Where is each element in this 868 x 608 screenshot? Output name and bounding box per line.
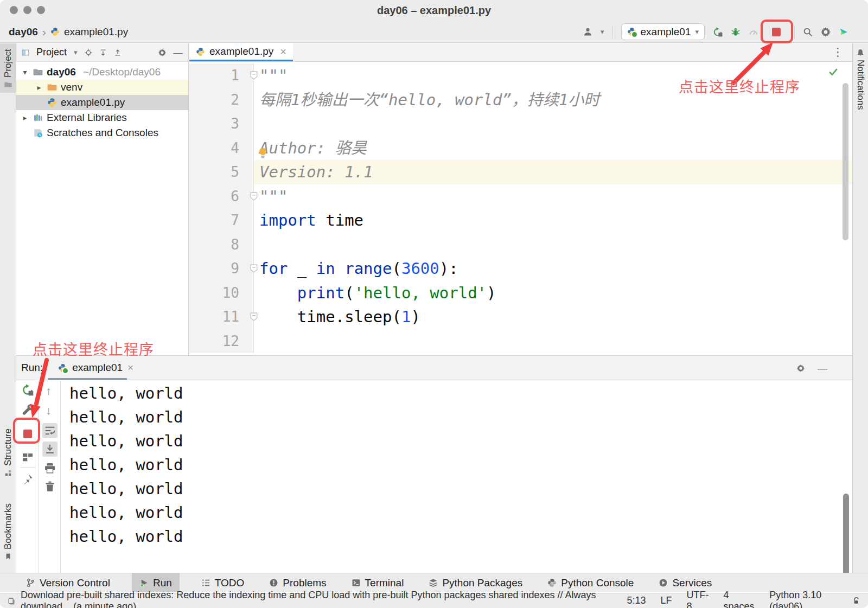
python-run-icon (627, 27, 636, 36)
code-line-9[interactable]: 9for _ in range(3600): (189, 257, 852, 281)
console-output-line: hello, world (69, 381, 852, 405)
run-settings-wrench-icon[interactable] (22, 404, 34, 415)
code-line-7[interactable]: 7import time (189, 208, 852, 233)
token-num: 1 (401, 308, 411, 326)
down-stacktrace-icon[interactable]: ↓ (46, 405, 52, 417)
locate-file-icon[interactable] (85, 49, 92, 56)
token-doc: Version: 1.1 (259, 163, 373, 181)
tree-row-external-libraries[interactable]: ▸External Libraries (16, 110, 188, 125)
console-output-line: hello, world (69, 501, 852, 524)
up-stacktrace-icon[interactable]: ↑ (46, 385, 52, 397)
token-pl: ( (344, 284, 354, 302)
code-line-12[interactable]: 12 (189, 329, 852, 354)
python-file-icon (196, 47, 205, 56)
tree-chevron-icon[interactable]: ▾ (21, 68, 29, 76)
run-options-gear-icon[interactable] (797, 364, 805, 372)
line-number: 1 (189, 63, 253, 88)
stripe-tab-bookmarks[interactable]: Bookmarks (0, 498, 16, 565)
print-console-icon[interactable] (44, 462, 56, 474)
tree-row-venv[interactable]: ▸venv (16, 80, 188, 95)
stripe-tab-notifications[interactable]: Notifications (853, 43, 868, 114)
intention-bulb-icon[interactable] (258, 147, 268, 158)
clear-console-icon[interactable] (44, 481, 56, 492)
tree-row-scratches-and-consoles[interactable]: Scratches and Consoles (16, 125, 188, 140)
console-output[interactable]: hello, worldhello, worldhello, worldhell… (61, 381, 852, 573)
fold-marker-icon[interactable] (250, 264, 258, 273)
code-line-3[interactable]: 3 (189, 112, 852, 136)
tree-row-day06[interactable]: ▾day06~/Desktop/day06 (16, 65, 188, 80)
editor-kebab-menu-icon[interactable]: ⋮ (832, 46, 844, 59)
tree-label: day06 (47, 66, 76, 78)
search-everywhere-icon[interactable] (803, 27, 813, 37)
stripe-tab-project[interactable]: Project (0, 43, 16, 93)
run-tab-example01[interactable]: example01 × (58, 362, 133, 374)
status-message[interactable]: Download pre-built shared indexes: Reduc… (21, 590, 627, 608)
stop-hint-annotation-top: 点击这里终止程序 (679, 75, 800, 97)
code-line-11[interactable]: 11 time.sleep(1) (189, 305, 852, 329)
ide-plugin-icon[interactable] (839, 27, 848, 37)
line-number: 11 (189, 305, 253, 329)
breadcrumb-project[interactable]: day06 (9, 26, 38, 38)
status-widget[interactable]: UTF-8 (687, 590, 709, 608)
fold-marker-icon[interactable] (250, 71, 258, 80)
status-widget[interactable]: 4 spaces (723, 590, 755, 608)
token-num: 3600 (401, 259, 439, 278)
status-widget[interactable]: 5:13 (627, 595, 646, 606)
editor-body[interactable]: 1"""2每隔1秒输出一次“hello, world”，持续1小时34Autho… (189, 62, 852, 355)
tree-chevron-icon[interactable]: ▸ (35, 83, 43, 92)
tree-row-example01-py[interactable]: example01.py (16, 95, 188, 110)
expand-all-icon[interactable] (99, 49, 107, 56)
user-icon[interactable] (583, 27, 592, 36)
editor-scrollbar[interactable] (843, 83, 848, 240)
shared-indexes-icon[interactable] (8, 597, 15, 605)
code-line-8[interactable]: 8 (189, 233, 852, 257)
editor-tab-example01[interactable]: example01.py × (189, 43, 293, 61)
scroll-to-end-toggle-icon[interactable] (42, 441, 58, 457)
token-pl: ) (411, 308, 420, 326)
code-line-6[interactable]: 6""" (189, 184, 852, 209)
main-toolbar: day06 › example01.py ▾ example01 ▾ (0, 21, 868, 43)
rerun-button[interactable] (22, 384, 34, 396)
close-run-tab-icon[interactable]: × (127, 362, 133, 374)
console-output-line: hello, world (69, 453, 852, 477)
project-options-gear-icon[interactable] (158, 49, 166, 56)
user-dropdown-icon[interactable]: ▾ (601, 28, 604, 36)
line-number: 5 (189, 160, 253, 184)
code-text: Author: 骆昊 (257, 136, 852, 161)
code-content: 1"""2每隔1秒输出一次“hello, world”，持续1小时34Autho… (189, 62, 852, 353)
debug-button[interactable] (731, 27, 741, 37)
fold-marker-icon[interactable] (250, 312, 258, 321)
status-widget[interactable]: Python 3.10 (day06) (769, 590, 840, 608)
run-button[interactable] (713, 27, 723, 37)
soft-wrap-toggle-icon[interactable] (42, 423, 58, 438)
profiler-button[interactable] (749, 27, 758, 37)
unlocked-lock-icon[interactable] (853, 597, 860, 605)
hide-run-panel-icon[interactable]: — (818, 363, 827, 373)
project-panel-title[interactable]: Project (36, 47, 67, 58)
collapse-all-icon[interactable] (114, 49, 122, 56)
settings-gear-icon[interactable] (821, 27, 831, 37)
code-line-10[interactable]: 10 print('hello, world') (189, 281, 852, 305)
code-text (257, 233, 852, 257)
python-run-icon (58, 363, 67, 373)
run-configuration-selector[interactable]: example01 ▾ (621, 23, 705, 40)
hide-panel-icon[interactable]: — (173, 48, 183, 57)
code-line-5[interactable]: 5Version: 1.1 (189, 160, 852, 184)
fold-marker-icon[interactable] (250, 192, 258, 201)
bookmarks-stripe-label: Bookmarks (3, 503, 14, 549)
close-tab-icon[interactable]: × (280, 46, 286, 58)
pin-tab-icon[interactable] (22, 473, 34, 485)
project-tree: ▾day06~/Desktop/day06▸venvexample01.py▸E… (16, 62, 188, 140)
toolwindow-tab-label: Python Console (561, 577, 634, 589)
breadcrumb-file[interactable]: example01.py (64, 26, 128, 38)
left-tool-window-stripe: Project Structure Bookmarks (0, 43, 16, 573)
project-view-dropdown-icon[interactable]: ▾ (74, 48, 78, 56)
tree-chevron-icon[interactable]: ▸ (21, 113, 29, 122)
restore-layout-icon[interactable] (22, 451, 34, 463)
line-number: 4 (189, 136, 253, 161)
notifications-stripe-label: Notifications (855, 60, 866, 110)
code-line-4[interactable]: 4Author: 骆昊 (189, 136, 852, 161)
status-widget[interactable]: LF (660, 595, 672, 606)
toolbar-divider (20, 468, 35, 468)
status-bar: Download pre-built shared indexes: Reduc… (0, 593, 868, 608)
